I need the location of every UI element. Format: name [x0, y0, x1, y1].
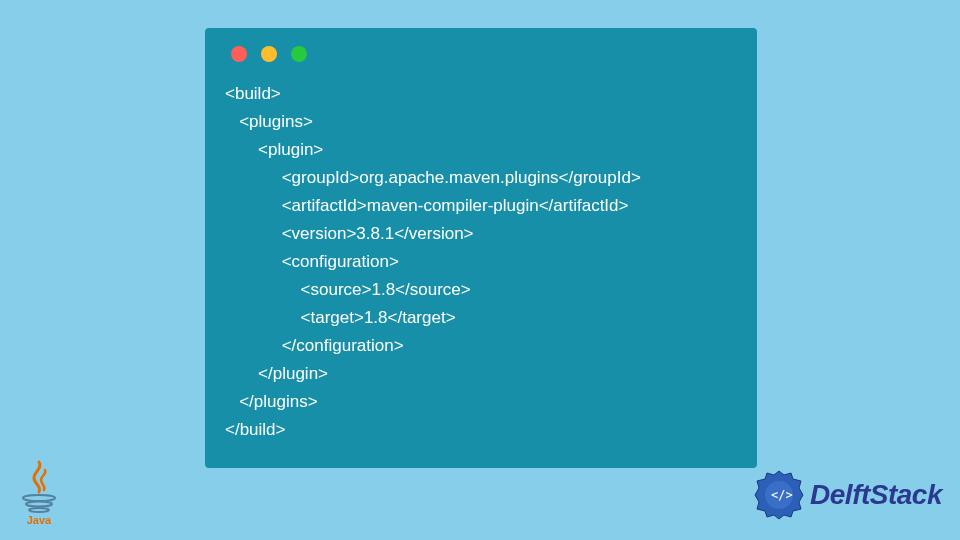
window-controls — [231, 46, 737, 62]
code-window: <build> <plugins> <plugin> <groupId>org.… — [205, 28, 757, 468]
svg-point-1 — [26, 502, 52, 507]
close-icon — [231, 46, 247, 62]
maximize-icon — [291, 46, 307, 62]
svg-point-2 — [29, 508, 49, 512]
minimize-icon — [261, 46, 277, 62]
delftstack-logo: </> DelftStack — [752, 468, 942, 522]
svg-text:</>: </> — [771, 488, 793, 502]
java-logo-icon: Java — [16, 458, 62, 528]
java-logo-text: Java — [27, 514, 52, 526]
code-block: <build> <plugins> <plugin> <groupId>org.… — [225, 80, 737, 444]
gear-icon: </> — [752, 468, 806, 522]
svg-point-0 — [23, 495, 55, 501]
delftstack-text: DelftStack — [810, 479, 942, 511]
